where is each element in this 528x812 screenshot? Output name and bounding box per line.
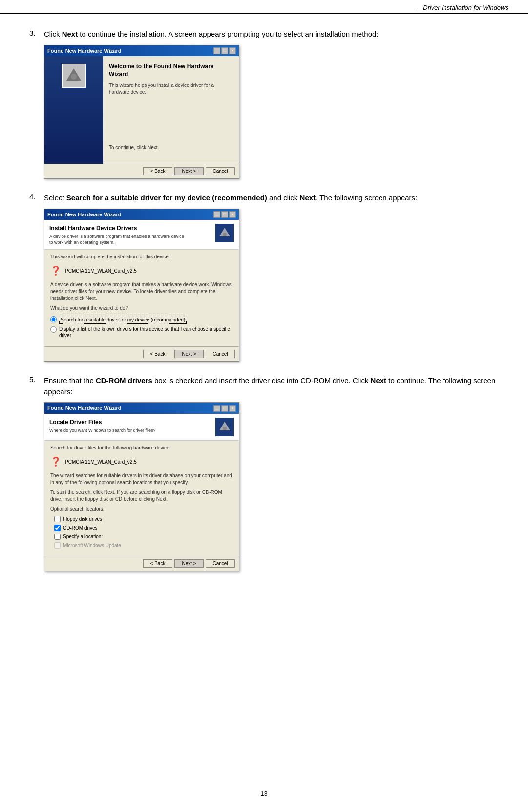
wizard-install-desc: A device driver is a software program th… [50, 281, 233, 302]
svg-point-2 [71, 74, 77, 80]
checkbox-cdrom: CD-ROM drives [54, 524, 233, 532]
step-3-bold: Next [62, 30, 78, 38]
step-5-text-after: box is checked and insert the driver dis… [152, 376, 371, 385]
wizard-welcome-title: Found New Hardware Wizard [47, 47, 121, 55]
minimize-button[interactable]: _ [213, 47, 220, 54]
wizard-left-icon [62, 64, 86, 88]
wizard-locate-buttons: < Back Next > Cancel [44, 556, 239, 571]
step-3-text: Click Next to continue the installation.… [44, 29, 499, 179]
close-button[interactable]: × [229, 47, 236, 54]
wizard-back-button-2[interactable]: < Back [143, 350, 172, 358]
checkbox-cdrom-label: CD-ROM drives [63, 524, 98, 532]
wizard-locate-header-sub: Where do you want Windows to search for … [49, 428, 156, 434]
wizard-radio-group: Search for a suitable driver for my devi… [50, 316, 233, 339]
radio-search-label: Search for a suitable driver for my devi… [59, 316, 187, 324]
wizard-locate-titlebar-buttons: _ □ × [213, 405, 236, 412]
page-footer: 13 [0, 785, 528, 802]
wizard-install-titlebar-buttons: _ □ × [213, 211, 236, 218]
step-3-text-before: Click [44, 30, 62, 38]
checkbox-windows-update-label: Microsoft Windows Update [63, 542, 121, 549]
close-button-3[interactable]: × [229, 405, 236, 412]
step-5-text: Ensure that the CD-ROM drivers box is ch… [44, 375, 499, 571]
wizard-install-header-text: Install Hardware Device Drivers A device… [49, 224, 186, 245]
wizard-next-button-2[interactable]: Next > [174, 350, 204, 358]
radio-search[interactable] [50, 316, 57, 322]
device-name: PCMCIA 11M_WLAN_Card_v2.5 [65, 267, 137, 275]
wizard-install-header-sub: A device driver is a software program th… [49, 234, 186, 245]
wizard-locate-search-text: Search for driver files for the followin… [50, 445, 233, 451]
wizard-install-intro: This wizard will complete the installati… [50, 254, 233, 260]
step-4-text: Select Search for a suitable driver for … [44, 192, 499, 362]
step-5-bold: CD-ROM drivers [96, 376, 152, 385]
wizard-locate-header: Locate Driver Files Where do you want Wi… [44, 414, 239, 441]
wizard-install: Found New Hardware Wizard _ □ × Install … [44, 209, 239, 362]
step-4-text-end: . The following screen appears: [316, 193, 417, 202]
main-content: 3. Click Next to continue the installati… [0, 14, 528, 614]
wizard-titlebar-buttons: _ □ × [213, 47, 236, 54]
minimize-button-2[interactable]: _ [213, 211, 220, 218]
wizard-welcome: Found New Hardware Wizard _ □ × [44, 45, 239, 179]
checkbox-specify-input[interactable] [54, 534, 61, 540]
svg-point-5 [223, 233, 227, 236]
wizard-continue-text: To continue, click Next. [109, 144, 233, 151]
radio-list[interactable] [50, 326, 57, 333]
radio-list-label: Display a list of the known drivers for … [59, 326, 233, 339]
minimize-button-3[interactable]: _ [213, 405, 220, 412]
wizard-install-header-title: Install Hardware Device Drivers [49, 224, 186, 233]
step-3-text-after: to continue the installation. A screen a… [78, 30, 378, 38]
wizard-install-content: This wizard will complete the installati… [44, 250, 239, 346]
step-4-number: 4. [29, 192, 44, 201]
step-4: 4. Select Search for a suitable driver f… [29, 192, 499, 362]
checkbox-specify: Specify a location: [54, 533, 233, 540]
checkbox-windows-update-input[interactable] [54, 542, 61, 549]
wizard-cancel-button[interactable]: Cancel [206, 167, 235, 175]
wizard-locate-header-title: Locate Driver Files [49, 418, 156, 427]
step-5: 5. Ensure that the CD-ROM drivers box is… [29, 375, 499, 571]
wizard-welcome-desc: This wizard helps you install a device d… [109, 82, 233, 96]
wizard-device-row: ❓ PCMCIA 11M_WLAN_Card_v2.5 [50, 264, 233, 278]
checkbox-cdrom-input[interactable] [54, 525, 61, 531]
step-5-bold2: Next [371, 376, 387, 385]
wizard-locate-content: Search for driver files for the followin… [44, 441, 239, 556]
device-icon: ❓ [50, 264, 61, 278]
wizard-install-title: Found New Hardware Wizard [47, 211, 121, 219]
maximize-button[interactable]: □ [221, 47, 228, 54]
wizard-checkbox-group: Floppy disk drives CD-ROM drives Specify… [54, 515, 233, 549]
wizard-right-panel: Welcome to the Found New Hardware Wizard… [103, 56, 239, 164]
wizard-install-titlebar: Found New Hardware Wizard _ □ × [44, 209, 239, 220]
wizard-install-header-icon [215, 224, 234, 242]
wizard-left-panel [44, 56, 103, 164]
wizard-welcome-body: Welcome to the Found New Hardware Wizard… [44, 56, 239, 164]
step-5-number: 5. [29, 375, 44, 384]
checkbox-floppy: Floppy disk drives [54, 515, 233, 523]
checkbox-specify-label: Specify a location: [63, 533, 103, 540]
wizard-welcome-buttons: < Back Next > Cancel [44, 164, 239, 178]
step-3-number: 3. [29, 29, 44, 37]
maximize-button-2[interactable]: □ [221, 211, 228, 218]
device-icon-3: ❓ [50, 455, 61, 469]
wizard-next-button[interactable]: Next > [174, 167, 204, 175]
device-name-3: PCMCIA 11M_WLAN_Card_v2.5 [65, 458, 137, 466]
step-4-text-mid: and click [267, 193, 300, 202]
wizard-back-button-3[interactable]: < Back [143, 559, 172, 568]
wizard-locate-device-row: ❓ PCMCIA 11M_WLAN_Card_v2.5 [50, 455, 233, 469]
checkbox-floppy-input[interactable] [54, 516, 61, 522]
wizard-next-button-3[interactable]: Next > [174, 559, 204, 568]
wizard-locate-title: Found New Hardware Wizard [47, 404, 121, 412]
wizard-cancel-button-2[interactable]: Cancel [206, 350, 235, 358]
header-title: —Driver installation for Windows [417, 4, 508, 11]
wizard-back-button[interactable]: < Back [143, 167, 172, 175]
wizard-locate-desc2: To start the search, click Next. If you … [50, 489, 233, 503]
wizard-install-header: Install Hardware Device Drivers A device… [44, 220, 239, 250]
maximize-button-3[interactable]: □ [221, 405, 228, 412]
wizard-welcome-titlebar: Found New Hardware Wizard _ □ × [44, 45, 239, 57]
wizard-locate-desc1: The wizard searches for suitable drivers… [50, 472, 233, 486]
page-number: 13 [260, 790, 267, 797]
wizard-welcome-heading: Welcome to the Found New Hardware Wizard [109, 63, 233, 78]
svg-point-8 [223, 427, 227, 430]
wizard-install-buttons: < Back Next > Cancel [44, 346, 239, 361]
wizard-cancel-button-3[interactable]: Cancel [206, 559, 235, 568]
radio-item-2: Display a list of the known drivers for … [50, 326, 233, 339]
radio-item-1: Search for a suitable driver for my devi… [50, 316, 233, 324]
close-button-2[interactable]: × [229, 211, 236, 218]
